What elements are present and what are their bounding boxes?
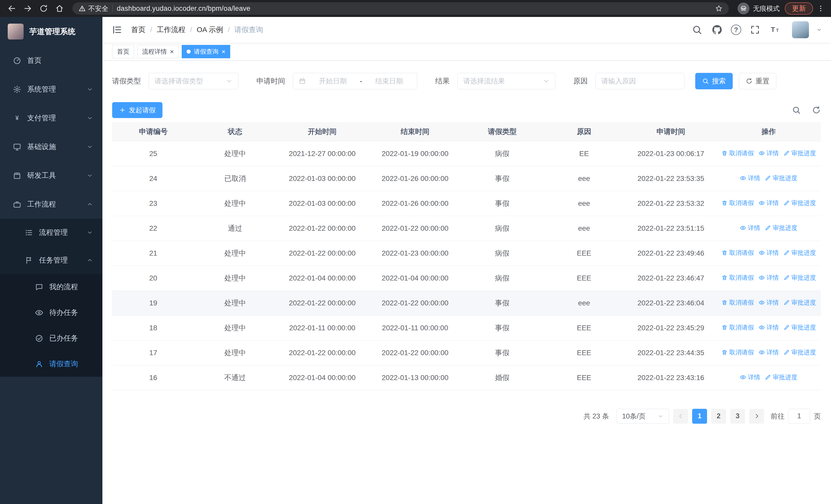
reload-icon[interactable]: [37, 2, 50, 15]
action-progress-link[interactable]: 审批进度: [783, 348, 816, 356]
github-icon[interactable]: [711, 24, 723, 36]
page-number-3[interactable]: 3: [730, 409, 745, 424]
next-page-button[interactable]: [749, 409, 764, 424]
action-detail-link[interactable]: 详情: [758, 323, 779, 331]
table-row: 19处理中2022-01-22 00:00:002022-01-22 00:00…: [112, 291, 821, 316]
action-cancel-link[interactable]: 取消请假: [721, 199, 754, 207]
sidebar-item[interactable]: 我的流程: [0, 274, 103, 300]
cell-reason: EEE: [543, 340, 625, 365]
bookmark-star-icon[interactable]: [715, 5, 723, 12]
table-refresh-icon[interactable]: [812, 106, 821, 114]
site-security[interactable]: 不安全: [79, 4, 108, 13]
action-progress-link[interactable]: 审批进度: [765, 174, 797, 182]
reason-input[interactable]: 请输入原因: [595, 73, 684, 89]
tab-label: 请假查询: [194, 48, 219, 56]
sidebar-item[interactable]: ¥支付管理: [0, 104, 103, 132]
tab-item[interactable]: 首页: [112, 45, 134, 58]
gear-icon: [12, 85, 22, 94]
action-cancel-link[interactable]: 取消请假: [721, 149, 754, 157]
action-detail-link[interactable]: 详情: [758, 149, 779, 157]
action-cancel-link[interactable]: 取消请假: [721, 348, 754, 356]
back-icon[interactable]: [5, 2, 19, 15]
forward-icon[interactable]: [21, 2, 34, 15]
fullscreen-icon[interactable]: [749, 24, 761, 36]
close-icon[interactable]: ×: [222, 48, 225, 55]
action-progress-link[interactable]: 审批进度: [783, 199, 816, 207]
search-button[interactable]: 搜索: [695, 73, 733, 89]
action-progress-link[interactable]: 审批进度: [783, 149, 816, 157]
close-icon[interactable]: ×: [170, 48, 174, 55]
sidebar-item[interactable]: 任务管理: [0, 246, 103, 274]
action-cancel-link[interactable]: 取消请假: [721, 298, 754, 307]
table-search-toggle-icon[interactable]: [792, 106, 801, 114]
sidebar-logo[interactable]: 芋道管理系统: [0, 17, 103, 46]
action-detail-link[interactable]: 详情: [740, 174, 760, 182]
prev-page-button[interactable]: [673, 409, 688, 424]
edit-icon: [783, 150, 790, 156]
page-number-2[interactable]: 2: [711, 409, 726, 424]
breadcrumb-item[interactable]: OA 示例: [197, 25, 223, 35]
cell-id: 24: [112, 166, 194, 191]
help-icon[interactable]: ?: [731, 25, 741, 35]
date-range-picker[interactable]: 开始日期 - 结束日期: [293, 73, 417, 89]
action-cancel-link[interactable]: 取消请假: [721, 323, 754, 331]
sidebar-item[interactable]: 已办任务: [0, 325, 103, 351]
action-progress-link[interactable]: 审批进度: [783, 249, 816, 257]
flag-icon: [24, 256, 34, 265]
action-progress-link[interactable]: 审批进度: [765, 224, 797, 232]
sidebar-collapse-icon[interactable]: [112, 24, 122, 35]
sidebar-menu: 首页系统管理¥支付管理基础设施研发工具工作流程流程管理任务管理我的流程待办任务已…: [0, 46, 103, 377]
create-leave-button[interactable]: 发起请假: [112, 102, 163, 118]
browser-menu-icon[interactable]: [815, 5, 826, 12]
sidebar-item[interactable]: 工作流程: [0, 190, 103, 219]
action-progress-link[interactable]: 审批进度: [783, 273, 816, 282]
sidebar-item[interactable]: 待办任务: [0, 300, 103, 325]
action-cancel-link[interactable]: 取消请假: [721, 249, 754, 257]
sidebar-item[interactable]: 流程管理: [0, 219, 103, 246]
action-detail-link[interactable]: 详情: [740, 373, 760, 381]
sidebar-item[interactable]: 研发工具: [0, 161, 103, 190]
avatar-caret-icon[interactable]: [816, 27, 822, 32]
action-cancel-link[interactable]: 取消请假: [721, 273, 754, 282]
sidebar-item[interactable]: 系统管理: [0, 75, 103, 104]
browser-update-button[interactable]: 更新: [785, 2, 813, 14]
result-select[interactable]: 请选择流结果: [457, 73, 555, 89]
user-avatar[interactable]: [792, 21, 809, 38]
cell-apply-time: 2022-01-22 23:43:16: [625, 365, 717, 390]
apply-time-label: 申请时间: [256, 76, 285, 86]
cell-leave-type: 事假: [461, 191, 543, 216]
action-detail-link[interactable]: 详情: [758, 249, 779, 257]
breadcrumb-item[interactable]: 工作流程: [157, 25, 185, 35]
eye-icon: [740, 374, 746, 380]
breadcrumb-separator: /: [190, 26, 192, 34]
leave-type-select[interactable]: 请选择请假类型: [149, 73, 238, 89]
action-detail-link[interactable]: 详情: [758, 273, 779, 282]
goto-page-input[interactable]: [788, 409, 810, 424]
home-icon[interactable]: [53, 2, 66, 15]
sidebar-item[interactable]: 请假查询: [0, 351, 103, 377]
action-detail-link[interactable]: 详情: [758, 199, 779, 207]
address-bar[interactable]: 不安全 dashboard.yudao.iocoder.cn/bpm/oa/le…: [73, 2, 729, 14]
sidebar-item[interactable]: 基础设施: [0, 132, 103, 161]
tools-icon: [12, 171, 22, 180]
breadcrumb-item[interactable]: 首页: [131, 25, 145, 35]
chevron-down-icon: [86, 144, 93, 150]
action-progress-link[interactable]: 审批进度: [783, 323, 816, 331]
font-size-icon[interactable]: TT: [769, 24, 781, 36]
table-body: 25处理中2021-12-27 00:00:002022-01-19 00:00…: [112, 141, 821, 390]
action-detail-link[interactable]: 详情: [758, 348, 779, 356]
page-number-1[interactable]: 1: [692, 409, 707, 424]
search-icon[interactable]: [691, 24, 703, 36]
action-detail-link[interactable]: 详情: [740, 224, 760, 232]
tab-active[interactable]: 请假查询×: [182, 45, 230, 58]
goto-label: 前往: [771, 412, 784, 421]
cell-end-time: 2022-01-22 00:00:00: [369, 340, 461, 365]
action-detail-link[interactable]: 详情: [758, 298, 779, 307]
action-progress-link[interactable]: 审批进度: [765, 373, 797, 381]
action-progress-link[interactable]: 审批进度: [783, 298, 816, 307]
sidebar-item[interactable]: 首页: [0, 46, 103, 75]
page-size-select[interactable]: 10条/页: [617, 409, 669, 424]
chevron-up-icon: [86, 201, 93, 208]
tab-item[interactable]: 流程详情×: [137, 45, 179, 58]
reset-button[interactable]: 重置: [739, 73, 776, 89]
